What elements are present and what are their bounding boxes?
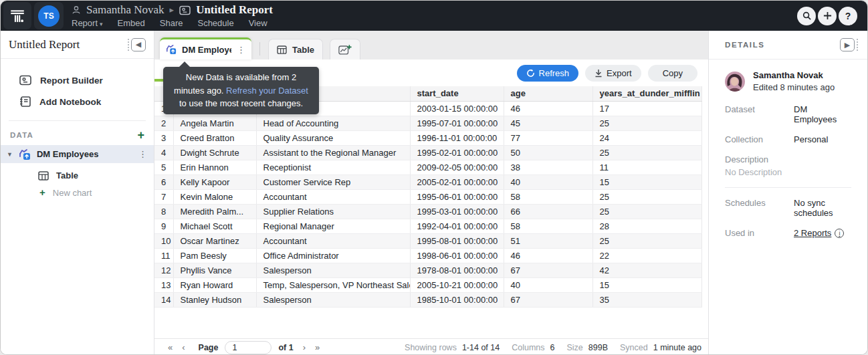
table-cell[interactable]: 67 (504, 292, 592, 307)
table-cell[interactable]: Salesperson (256, 263, 410, 277)
sidebar-item-report-builder[interactable]: Report Builder (1, 70, 154, 91)
prev-page-icon[interactable]: ‹ (182, 342, 185, 352)
table-cell[interactable]: Meredith Palm... (173, 204, 256, 219)
table-cell[interactable]: 46 (504, 248, 592, 263)
table-cell[interactable]: 25 (592, 204, 701, 219)
collapse-details-button[interactable]: ▶ (840, 38, 858, 51)
table-cell[interactable]: 40 (504, 174, 592, 189)
table-cell[interactable]: 25 (592, 145, 701, 160)
table-cell[interactable]: Accountant (256, 233, 410, 248)
table-cell[interactable]: Head of Accounting (256, 116, 410, 130)
table-cell[interactable]: 42 (592, 263, 701, 277)
table-cell[interactable]: 67 (504, 263, 592, 277)
table-cell[interactable]: Phyllis Vance (173, 263, 256, 277)
table-cell[interactable]: 66 (504, 204, 592, 219)
sidebar-item-add-notebook[interactable]: Add Notebook (1, 91, 154, 112)
last-page-icon[interactable]: » (315, 342, 320, 352)
table-cell[interactable]: Accountant (256, 189, 410, 204)
table-cell[interactable]: 1995-08-01 00:00:00 (410, 233, 504, 248)
menu-item-report[interactable]: Report▾ (72, 18, 103, 28)
table-cell[interactable]: 25 (592, 233, 701, 248)
table-cell[interactable]: 51 (504, 233, 592, 248)
menu-item-schedule[interactable]: Schedule (197, 18, 233, 28)
search-button[interactable] (797, 7, 816, 25)
table-cell[interactable]: Kelly Kapoor (173, 174, 256, 189)
sidebar-item-dm-employees[interactable]: ▼ DM Employees ⋮ (1, 145, 154, 163)
table-cell[interactable]: Supplier Relations (256, 204, 410, 219)
info-icon[interactable]: i (835, 229, 844, 238)
table-cell[interactable]: 1995-03-01 00:00:00 (410, 204, 504, 219)
table-cell[interactable]: 15 (592, 277, 701, 292)
breadcrumb-user[interactable]: Samantha Novak (86, 3, 165, 17)
copy-button[interactable]: Copy (648, 65, 697, 82)
table-cell[interactable]: 15 (592, 174, 701, 189)
menu-item-share[interactable]: Share (160, 18, 183, 28)
table-cell[interactable]: Angela Martin (173, 116, 256, 130)
table-cell[interactable]: 25 (592, 116, 701, 130)
table-cell[interactable]: Salesperson (256, 292, 410, 307)
column-header[interactable]: start_date (410, 86, 504, 101)
tab-add-chart[interactable] (330, 39, 360, 60)
tab-dm-employees[interactable]: DM Employe... ⋮ (160, 37, 251, 60)
table-cell[interactable]: 24 (592, 130, 701, 145)
table-cell[interactable]: 1998-06-01 00:00:00 (410, 248, 504, 263)
menu-item-view[interactable]: View (249, 18, 267, 28)
table-cell[interactable]: 40 (504, 277, 592, 292)
breadcrumb-report-title[interactable]: Untitled Report (196, 3, 273, 17)
table-cell[interactable]: Assistant to the Regional Manager (256, 145, 410, 160)
chevron-down-icon[interactable]: ▼ (7, 151, 13, 158)
table-cell[interactable]: 35 (592, 292, 701, 307)
table-cell[interactable]: 1995-06-01 00:00:00 (410, 189, 504, 204)
user-avatar-tile[interactable]: TS (34, 2, 64, 29)
help-button[interactable]: ? (839, 7, 857, 25)
add-data-button[interactable]: + (137, 130, 144, 140)
table-cell[interactable]: 1978-08-01 00:00:00 (410, 263, 504, 277)
collapse-sidebar-button[interactable]: ◀ (128, 38, 146, 51)
refresh-dataset-link[interactable]: Refresh your Dataset (226, 86, 308, 96)
table-cell[interactable]: 11 (592, 160, 701, 174)
table-cell[interactable]: 17 (592, 101, 701, 116)
table-cell[interactable]: 2005-10-21 00:00:00 (410, 277, 504, 292)
column-header[interactable]: years_at_dunder_mifflin (592, 86, 701, 101)
table-cell[interactable]: Ryan Howard (173, 277, 256, 292)
table-cell[interactable]: 2005-02-01 00:00:00 (410, 174, 504, 189)
tab-table[interactable]: Table (268, 39, 323, 60)
column-header[interactable]: age (504, 86, 592, 101)
sidebar-item-new-chart[interactable]: + New chart (1, 185, 154, 201)
table-cell[interactable]: 1992-04-01 00:00:00 (410, 219, 504, 233)
export-button[interactable]: Export (585, 65, 641, 82)
table-cell[interactable]: Receptionist (256, 160, 410, 174)
sidebar-item-table[interactable]: Table (1, 166, 154, 185)
table-cell[interactable]: 46 (504, 101, 592, 116)
table-cell[interactable]: 77 (504, 130, 592, 145)
table-cell[interactable]: Office Administrator (256, 248, 410, 263)
table-cell[interactable]: 1995-07-01 00:00:00 (410, 116, 504, 130)
table-cell[interactable]: 2003-01-15 00:00:00 (410, 101, 504, 116)
table-cell[interactable]: Kevin Malone (173, 189, 256, 204)
table-cell[interactable]: 1985-10-01 00:00:00 (410, 292, 504, 307)
table-cell[interactable]: 28 (592, 219, 701, 233)
refresh-button[interactable]: Refresh (517, 65, 579, 82)
table-cell[interactable]: Michael Scott (173, 219, 256, 233)
add-button[interactable] (818, 7, 837, 25)
table-cell[interactable]: 58 (504, 189, 592, 204)
table-cell[interactable]: 25 (592, 189, 701, 204)
first-page-icon[interactable]: « (168, 342, 173, 352)
table-cell[interactable]: 50 (504, 145, 592, 160)
table-cell[interactable]: Quality Assurance (256, 130, 410, 145)
table-cell[interactable]: 2009-02-05 00:00:00 (410, 160, 504, 174)
table-cell[interactable]: 1995-02-01 00:00:00 (410, 145, 504, 160)
table-cell[interactable]: 38 (504, 160, 592, 174)
table-cell[interactable]: 1996-11-01 00:00:00 (410, 130, 504, 145)
table-cell[interactable]: Erin Hannon (173, 160, 256, 174)
next-page-icon[interactable]: › (303, 342, 306, 352)
table-cell[interactable]: Creed Bratton (173, 130, 256, 145)
table-cell[interactable]: 58 (504, 219, 592, 233)
table-cell[interactable]: Oscar Martinez (173, 233, 256, 248)
table-cell[interactable]: Stanley Hudson (173, 292, 256, 307)
table-cell[interactable]: Regional Manager (256, 219, 410, 233)
menu-item-embed[interactable]: Embed (118, 18, 145, 28)
table-cell[interactable]: Dwight Schrute (173, 145, 256, 160)
page-input[interactable] (225, 341, 272, 354)
app-logo[interactable] (3, 2, 31, 29)
